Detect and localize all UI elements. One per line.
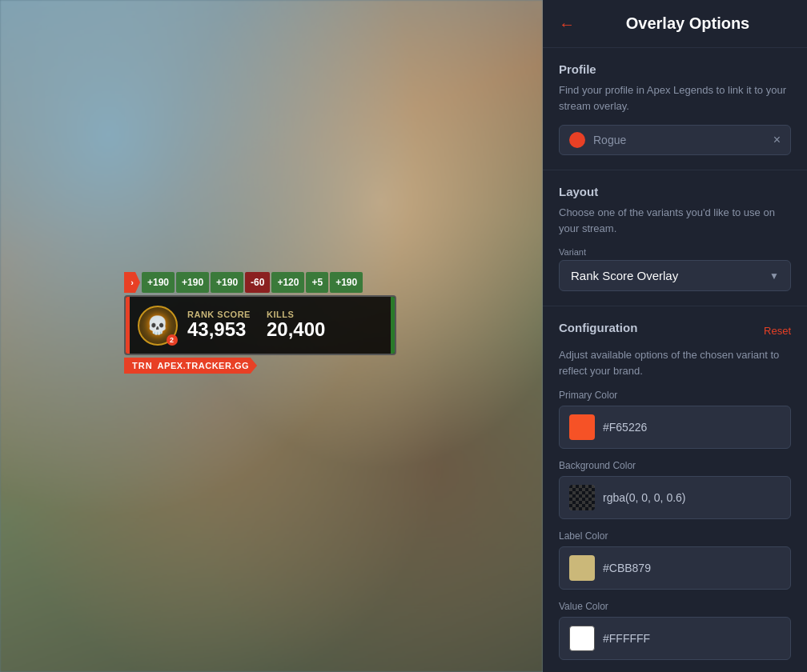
profile-search-box[interactable]: × (559, 125, 791, 155)
profile-section-title: Profile (559, 62, 791, 76)
variant-dropdown-value: Rank Score Overlay (571, 269, 678, 282)
value-color-field[interactable]: #FFFFFF (559, 617, 791, 660)
bg-color-label: Background Color (559, 460, 791, 471)
score-pill-5: +120 (271, 272, 304, 293)
overlay-widget: › +190 +190 +190 -60 +120 +5 +190 💀 2 RA… (124, 272, 396, 374)
stats-area: RANK SCORE 43,953 KILLS 20,400 (187, 310, 385, 340)
config-section-desc: Adjust available options of the chosen v… (559, 347, 791, 378)
kills-block: KILLS 20,400 (267, 310, 325, 340)
back-button[interactable]: ← (559, 16, 575, 32)
score-bars: › +190 +190 +190 -60 +120 +5 +190 (124, 272, 396, 293)
score-pill-7: +190 (330, 272, 363, 293)
main-stat-card: 💀 2 RANK SCORE 43,953 KILLS 20,400 (124, 295, 396, 355)
rank-score-block: RANK SCORE 43,953 (187, 310, 251, 340)
bg-color-field[interactable]: rgba(0, 0, 0, 0.6) (559, 476, 791, 519)
clear-search-button[interactable]: × (773, 134, 781, 146)
options-header: ← Overlay Options (543, 0, 807, 48)
trn-url: APEX.TRACKER.GG (158, 361, 249, 370)
trn-footer: TRN APEX.TRACKER.GG (124, 358, 257, 374)
configuration-section: Configuration Reset Adjust available opt… (543, 306, 807, 672)
primary-color-field[interactable]: #F65226 (559, 406, 791, 449)
value-color-swatch (569, 626, 595, 651)
primary-color-label: Primary Color (559, 390, 791, 401)
rank-icon-inner: 💀 2 (138, 306, 178, 346)
score-arrow: › (124, 272, 140, 293)
variant-dropdown[interactable]: Rank Score Overlay ▼ (559, 260, 791, 291)
layout-section: Layout Choose one of the variants you'd … (543, 170, 807, 306)
primary-color-swatch (569, 414, 595, 440)
value-color-row: Value Color #FFFFFF (559, 601, 791, 660)
reset-button[interactable]: Reset (764, 325, 791, 337)
variant-dropdown-label: Variant (559, 247, 791, 257)
label-color-field[interactable]: #CBB879 (559, 546, 791, 590)
value-color-value: #FFFFFF (603, 632, 650, 645)
label-color-value: #CBB879 (603, 562, 651, 574)
config-section-title: Configuration (559, 321, 637, 334)
rank-icon: 💀 2 (135, 303, 179, 347)
profile-search-input[interactable] (593, 134, 765, 146)
profile-section: Profile Find your profile in Apex Legend… (543, 48, 807, 170)
label-color-label: Label Color (559, 530, 791, 542)
options-panel: ← Overlay Options Profile Find your prof… (543, 0, 807, 672)
bg-color-swatch (569, 485, 595, 510)
value-color-label: Value Color (559, 601, 791, 612)
rank-skull-icon: 💀 (147, 315, 168, 336)
label-color-swatch (569, 555, 595, 581)
score-pill-6: +5 (306, 272, 328, 293)
game-panel: › +190 +190 +190 -60 +120 +5 +190 💀 2 RA… (0, 0, 543, 672)
chevron-down-icon: ▼ (769, 270, 779, 282)
label-color-row: Label Color #CBB879 (559, 530, 791, 590)
primary-color-row: Primary Color #F65226 (559, 390, 791, 449)
layout-section-desc: Choose one of the variants you'd like to… (559, 205, 791, 236)
layout-section-title: Layout (559, 185, 791, 198)
kills-value: 20,400 (267, 319, 325, 340)
options-title: Overlay Options (584, 14, 791, 33)
primary-color-value: #F65226 (603, 421, 647, 434)
rank-number-badge: 2 (167, 334, 178, 346)
bg-color-row: Background Color rgba(0, 0, 0, 0.6) (559, 460, 791, 519)
score-pill-4: -60 (245, 272, 270, 293)
trn-logo: TRN (132, 361, 153, 370)
score-pill-3: +190 (211, 272, 243, 293)
bg-color-value: rgba(0, 0, 0, 0.6) (603, 491, 686, 504)
score-pill-2: +190 (176, 272, 209, 293)
score-pill-1: +190 (142, 272, 175, 293)
profile-section-desc: Find your profile in Apex Legends to lin… (559, 82, 791, 114)
rank-score-value: 43,953 (187, 319, 251, 340)
profile-icon (569, 132, 585, 148)
config-header: Configuration Reset (559, 321, 791, 341)
